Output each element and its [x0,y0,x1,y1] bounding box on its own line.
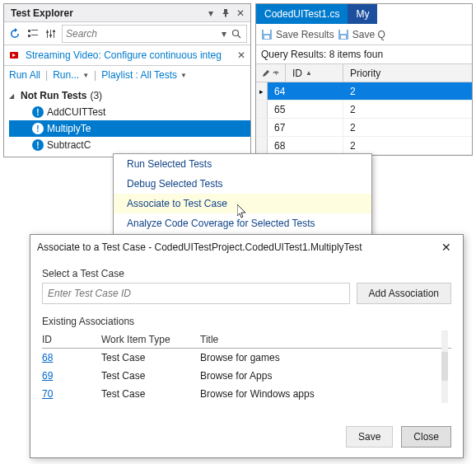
tab-label: CodedUITest1.cs [264,8,339,20]
search-dropdown-icon[interactable]: ▾ [218,28,230,40]
tab-other[interactable]: My [348,4,377,24]
row-selector[interactable]: ▸ [256,82,268,100]
group-count: (3) [90,90,102,101]
cell-type: Test Case [101,352,200,363]
video-icon [9,49,22,62]
workitem-link[interactable]: 70 [42,388,53,400]
col-id[interactable]: ID [42,334,101,345]
save-results-button[interactable]: Save Results [261,29,334,40]
search-box: ▾ [62,25,247,43]
row-selector[interactable] [256,101,268,118]
save-button[interactable]: Save [346,426,393,448]
close-button[interactable]: Close [401,426,451,448]
context-menu-item[interactable]: Run Selected Tests [114,154,371,174]
close-panel-icon[interactable]: ✕ [234,7,247,20]
settings-icon[interactable] [44,26,58,41]
cell-type: Test Case [101,370,200,382]
svg-rect-1 [31,30,38,30]
run-all-link[interactable]: Run All [9,69,40,81]
document-tabs: CodedUITest1.cs My [256,4,472,24]
panel-titlebar: Test Explorer ▾ ✕ [4,4,250,22]
svg-rect-2 [28,35,30,37]
panel-title: Test Explorer [11,7,203,19]
add-association-button[interactable]: Add Association [357,283,451,304]
pencil-icon [262,69,270,77]
test-explorer-panel: Test Explorer ▾ ✕ ▾ Streaming Video: Con… [3,3,251,157]
pin-icon[interactable] [219,7,232,20]
cell-id: 67 [268,119,343,136]
cell-id: 64 [268,82,343,100]
video-link[interactable]: Streaming Video: Configure continuous in… [26,49,234,61]
col-title[interactable]: Title [200,334,451,345]
run-link[interactable]: Run... [53,69,79,81]
svg-rect-16 [264,35,269,39]
sort-asc-icon: ▲ [306,69,312,77]
row-selector[interactable] [256,137,268,154]
associate-dialog: Associate to a Test Case - CodedUITestPr… [30,234,464,458]
playlist-dropdown-icon[interactable]: ▼ [180,72,187,79]
svg-rect-9 [53,30,55,32]
close-videobar-icon[interactable]: ✕ [237,49,245,61]
cell-id: 68 [268,137,343,154]
existing-associations-label: Existing Associations [42,316,451,327]
query-summary: Query Results: 8 items foun [256,45,472,64]
scrollbar[interactable] [441,330,448,403]
grid-row[interactable]: 682 [256,137,472,155]
refresh-icon[interactable] [7,26,22,41]
test-item[interactable]: !AddCUITTest [9,104,250,120]
workitem-link[interactable]: 69 [42,370,53,382]
info-icon: ! [32,123,44,134]
group-label: Not Run Tests [19,90,86,101]
svg-line-11 [238,35,240,38]
disk-icon [261,29,273,40]
cell-priority: 2 [343,101,472,118]
search-icon[interactable] [230,29,243,39]
grid-col-priority[interactable]: Priority [343,64,472,82]
playlist-link[interactable]: Playlist : All Tests [101,69,177,81]
svg-rect-15 [264,30,270,34]
test-group-row[interactable]: ◢ Not Run Tests (3) [9,87,250,104]
cell-priority: 2 [343,137,472,154]
cell-priority: 2 [343,82,472,100]
test-item[interactable]: !MultiplyTe [9,120,250,137]
workitem-link[interactable]: 68 [42,352,53,363]
testcase-id-input[interactable] [42,283,350,304]
row-selector[interactable] [256,119,268,136]
tab-label: My [356,8,369,20]
grid-row[interactable]: 652 [256,101,472,119]
test-tree: ◢ Not Run Tests (3) !AddCUITTest!Multipl… [4,84,250,157]
document-area: CodedUITest1.cs My Save Results Save Q Q… [255,3,473,156]
group-icon[interactable] [26,26,40,41]
search-input[interactable] [66,28,218,40]
expander-icon[interactable]: ◢ [9,92,19,100]
disk-icon [338,29,349,40]
separator: | [94,69,96,81]
save-query-label: Save Q [352,29,385,40]
separator: | [45,69,48,81]
link-icon [272,69,280,77]
svg-rect-18 [340,30,347,34]
run-commands-bar: Run All | Run... ▼ | Playlist : All Test… [4,66,250,84]
association-row: 68Test CaseBrowse for games [42,349,451,367]
test-item[interactable]: !SubtractC [9,137,250,153]
grid-icon-col[interactable] [256,64,286,82]
grid-row[interactable]: ▸642 [256,82,472,101]
svg-rect-19 [341,35,346,39]
dialog-title: Associate to a Test Case - CodedUITestPr… [37,241,436,253]
test-name: MultiplyTe [47,123,91,134]
col-type[interactable]: Work Item Type [101,334,200,345]
tab-codeduitest[interactable]: CodedUITest1.cs [256,4,348,24]
select-testcase-label: Select a Test Case [42,268,451,279]
test-name: AddCUITTest [47,106,105,118]
run-dropdown-icon[interactable]: ▼ [82,72,89,79]
close-icon[interactable]: ✕ [436,237,456,257]
dropdown-icon[interactable]: ▾ [204,7,217,20]
grid-header: ID▲ Priority [256,64,472,82]
associations-table: ID Work Item Type Title 68Test CaseBrows… [42,330,451,403]
context-menu-item[interactable]: Debug Selected Tests [114,174,371,194]
grid-col-id[interactable]: ID▲ [286,64,343,82]
cell-title: Browse for games [200,352,451,363]
grid-row[interactable]: 672 [256,119,472,137]
save-results-label: Save Results [276,29,334,40]
save-query-button[interactable]: Save Q [338,29,385,40]
